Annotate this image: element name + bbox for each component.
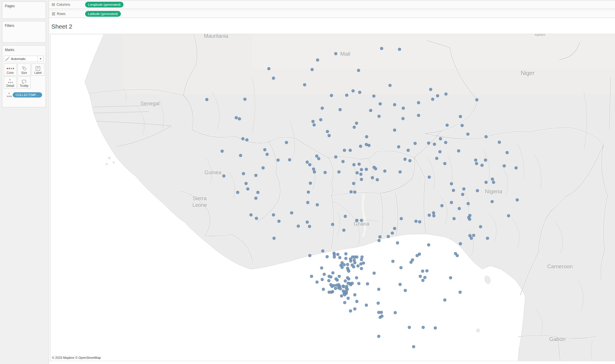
map-mark[interactable] <box>425 269 429 273</box>
map-mark[interactable] <box>459 242 462 245</box>
map-mark[interactable] <box>472 234 475 237</box>
map-mark[interactable] <box>308 163 312 166</box>
map-mark[interactable] <box>417 114 420 117</box>
map-mark[interactable] <box>353 261 357 264</box>
map-mark[interactable] <box>333 256 336 259</box>
map-mark[interactable] <box>450 182 453 185</box>
map-mark[interactable] <box>349 283 352 286</box>
map-mark[interactable] <box>327 279 331 282</box>
map-mark[interactable] <box>445 93 448 96</box>
map-mark[interactable] <box>313 170 316 174</box>
map-mark[interactable] <box>341 266 344 269</box>
map-mark[interactable] <box>328 134 331 137</box>
map-mark[interactable] <box>311 68 314 71</box>
map-mark[interactable] <box>365 168 368 171</box>
map-mark[interactable] <box>397 145 400 149</box>
map-mark[interactable] <box>383 170 387 173</box>
map-mark[interactable] <box>288 158 291 162</box>
map-mark[interactable] <box>378 115 381 118</box>
map-mark[interactable] <box>285 141 288 144</box>
map-mark[interactable] <box>377 335 380 338</box>
map-mark[interactable] <box>393 227 396 230</box>
map-mark[interactable] <box>470 237 473 240</box>
latitude-pill[interactable]: Latitude (generated) <box>85 11 121 17</box>
map-mark[interactable] <box>262 166 265 170</box>
map-mark[interactable] <box>266 153 269 156</box>
map-mark[interactable] <box>404 158 407 161</box>
map-mark[interactable] <box>355 276 358 279</box>
size-button[interactable]: Size <box>18 63 31 76</box>
map-mark[interactable] <box>428 214 431 217</box>
map-mark[interactable] <box>376 178 379 181</box>
map-mark[interactable] <box>476 189 479 192</box>
map-mark[interactable] <box>440 204 444 207</box>
map-mark[interactable] <box>352 265 355 269</box>
map-mark[interactable] <box>355 219 359 222</box>
map-mark[interactable] <box>408 326 411 329</box>
map-mark[interactable] <box>417 101 420 104</box>
map-mark[interactable] <box>380 47 383 50</box>
filters-shelf[interactable]: Filters <box>2 21 46 43</box>
map-mark[interactable] <box>306 221 309 224</box>
map-mark[interactable] <box>331 271 335 275</box>
map-mark[interactable] <box>389 84 392 87</box>
map-mark[interactable] <box>242 172 245 175</box>
map-mark[interactable] <box>398 48 401 51</box>
map-mark[interactable] <box>391 260 395 263</box>
map-mark[interactable] <box>453 217 456 220</box>
map-mark[interactable] <box>444 141 447 144</box>
map-mark[interactable] <box>350 190 353 194</box>
map-mark[interactable] <box>331 285 334 288</box>
map-mark[interactable] <box>321 107 324 110</box>
map-mark[interactable] <box>360 178 363 181</box>
map-mark[interactable] <box>393 129 396 132</box>
map-mark[interactable] <box>452 189 455 192</box>
map-mark[interactable] <box>255 217 258 220</box>
map-mark[interactable] <box>378 235 382 239</box>
map-mark[interactable] <box>492 181 495 184</box>
rows-shelf[interactable]: Rows Latitude (generated) <box>49 10 615 18</box>
map-mark[interactable] <box>321 249 325 253</box>
map-mark[interactable] <box>329 275 333 279</box>
detail-button[interactable]: Detail <box>4 76 17 89</box>
map-mark[interactable] <box>277 159 280 162</box>
map-mark[interactable] <box>236 191 239 194</box>
map-mark[interactable] <box>429 88 432 91</box>
map-mark[interactable] <box>320 267 323 270</box>
map-mark[interactable] <box>433 143 436 146</box>
map-mark[interactable] <box>458 207 461 210</box>
mark-type-dropdown[interactable]: Automatic ▼ <box>4 56 44 62</box>
map-mark[interactable] <box>423 276 427 279</box>
map-mark[interactable] <box>342 229 346 232</box>
map-mark[interactable] <box>360 219 363 222</box>
map-mark[interactable] <box>272 213 275 217</box>
pages-shelf[interactable]: Pages <box>2 1 46 19</box>
map-mark[interactable] <box>446 124 449 127</box>
map-mark[interactable] <box>349 260 352 263</box>
tooltip-button[interactable]: Tooltip <box>18 76 31 89</box>
map-mark[interactable] <box>306 201 310 204</box>
map-mark[interactable] <box>402 117 405 120</box>
map-mark[interactable] <box>400 217 403 220</box>
map-mark[interactable] <box>312 120 315 123</box>
map-mark[interactable] <box>380 311 383 314</box>
map-mark[interactable] <box>449 276 452 279</box>
map-mark[interactable] <box>359 145 362 148</box>
map-mark[interactable] <box>394 311 397 314</box>
map-mark[interactable] <box>267 67 271 70</box>
map-mark[interactable] <box>400 266 403 269</box>
map-mark[interactable] <box>322 288 325 291</box>
map-mark[interactable] <box>360 258 363 261</box>
map-mark[interactable] <box>491 178 494 181</box>
map-mark[interactable] <box>360 168 363 171</box>
map-mark[interactable] <box>316 59 319 62</box>
map-mark[interactable] <box>349 309 352 313</box>
map-mark[interactable] <box>352 89 355 93</box>
map-mark[interactable] <box>344 257 348 260</box>
map-mark[interactable] <box>466 133 470 136</box>
map-mark[interactable] <box>307 191 310 194</box>
map-mark[interactable] <box>334 287 337 290</box>
map-mark[interactable] <box>418 253 421 256</box>
map-mark[interactable] <box>357 282 361 285</box>
map-mark[interactable] <box>349 149 352 152</box>
